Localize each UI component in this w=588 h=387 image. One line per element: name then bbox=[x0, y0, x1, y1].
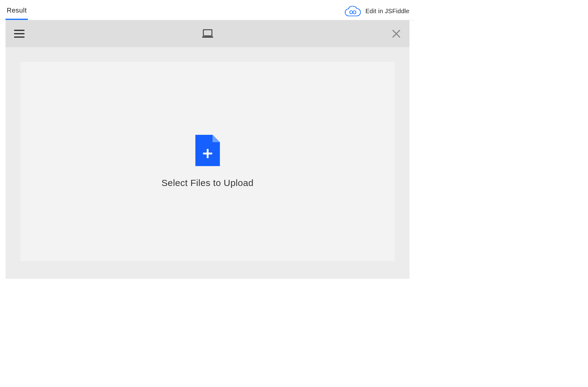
drop-zone-label: Select Files to Upload bbox=[161, 178, 254, 188]
tab-result[interactable]: Result bbox=[6, 3, 28, 20]
close-button[interactable] bbox=[392, 29, 401, 38]
uploader-toolbar bbox=[6, 20, 409, 47]
cloud-infinity-icon bbox=[345, 6, 361, 17]
edit-in-jsfiddle-label: Edit in JSFiddle bbox=[365, 8, 409, 15]
svg-rect-0 bbox=[203, 30, 212, 36]
laptop-icon bbox=[202, 29, 214, 38]
tab-bar: Result Edit in JSFiddle bbox=[0, 0, 415, 20]
svg-rect-1 bbox=[202, 36, 213, 38]
add-file-icon bbox=[195, 135, 220, 166]
edit-in-jsfiddle-link[interactable]: Edit in JSFiddle bbox=[345, 6, 409, 17]
menu-button[interactable] bbox=[14, 30, 24, 38]
drop-outer: Select Files to Upload bbox=[6, 47, 409, 276]
file-drop-zone[interactable]: Select Files to Upload bbox=[20, 62, 395, 261]
result-panel: Select Files to Upload bbox=[6, 20, 409, 279]
